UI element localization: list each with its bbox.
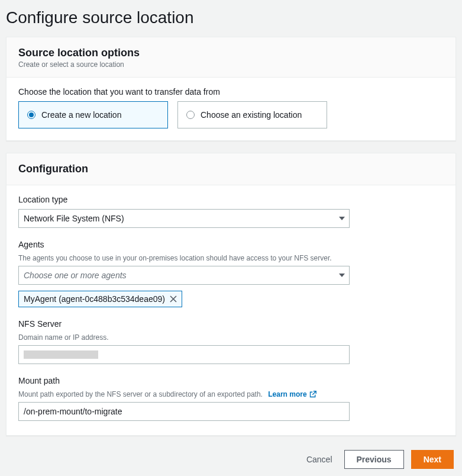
agents-label: Agents [18,240,444,249]
agents-select[interactable]: Choose one or more agents [18,266,350,285]
source-options-heading: Source location options [18,47,444,59]
external-link-icon [309,391,316,398]
source-options-subtitle: Create or select a source location [18,60,444,69]
configuration-header: Configuration [7,153,455,185]
agent-token-label: MyAgent (agent-0c488b3c534deae09) [24,294,165,304]
mount-path-input[interactable]: /on-prem-mount/to-migrate [18,402,350,421]
agents-placeholder: Choose one or more agents [24,271,127,280]
configuration-heading: Configuration [18,163,444,175]
mount-path-label: Mount path [18,376,444,385]
page-title: Configure source location [6,8,456,27]
radio-icon [27,111,35,119]
configuration-panel: Configuration Location type Network File… [6,153,456,436]
location-type-value: Network File System (NFS) [24,214,124,223]
learn-more-link[interactable]: Learn more [268,390,316,398]
nfs-server-input[interactable] [18,345,350,364]
location-type-select[interactable]: Network File System (NFS) [18,209,350,228]
radio-icon [186,111,195,119]
source-options-prompt: Choose the location that you want to tra… [18,87,444,97]
cancel-button[interactable]: Cancel [302,450,337,469]
mount-path-help: Mount path exported by the NFS server or… [18,390,263,398]
previous-button[interactable]: Previous [344,450,404,469]
option-existing-label: Choose an existing location [201,110,302,120]
mount-path-help-row: Mount path exported by the NFS server or… [18,390,444,398]
source-options-header: Source location options Create or select… [7,37,455,78]
learn-more-label: Learn more [268,390,306,398]
option-create-new-location[interactable]: Create a new location [18,101,168,128]
option-choose-existing-location[interactable]: Choose an existing location [177,101,327,128]
redacted-value [24,350,98,359]
agent-token[interactable]: MyAgent (agent-0c488b3c534deae09) [18,291,182,307]
close-icon[interactable] [170,295,177,303]
location-type-label: Location type [18,195,444,204]
next-button[interactable]: Next [411,450,454,469]
wizard-footer: Cancel Previous Next [6,448,456,471]
option-create-label: Create a new location [41,110,121,120]
nfs-server-help: Domain name or IP address. [18,333,444,342]
source-options-panel: Source location options Create or select… [6,37,456,141]
mount-path-value: /on-prem-mount/to-migrate [24,407,122,416]
agents-help: The agents you choose to use in your on-… [18,254,444,262]
nfs-server-label: NFS Server [18,319,444,329]
